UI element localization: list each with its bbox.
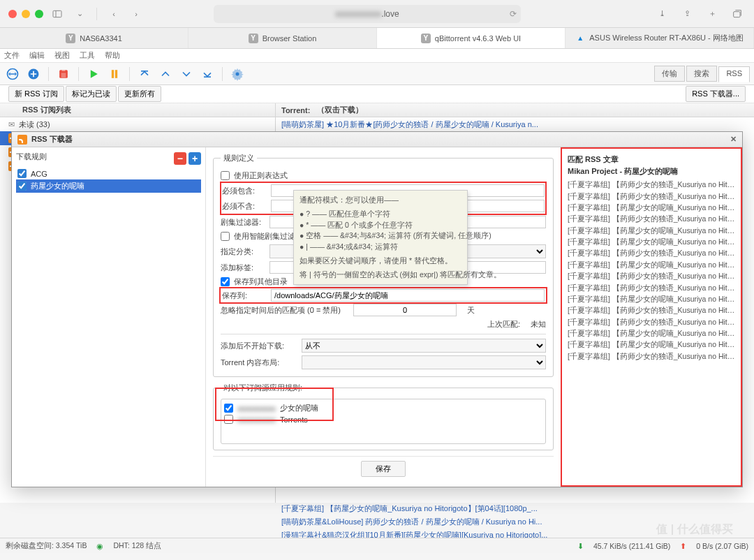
rule-checkbox[interactable] (17, 182, 27, 191)
smart-filter-checkbox[interactable] (221, 232, 230, 241)
top-prio-icon[interactable] (136, 66, 153, 82)
resume-icon[interactable] (85, 66, 102, 82)
add-paused-select[interactable]: 从不 (302, 339, 546, 353)
match-item[interactable]: [千夏字幕组] 【药屋少女的呢喃_Kusuriya no Hitorig... (565, 226, 738, 237)
rule-item-kusuriya[interactable]: 药屋少女的呢喃 (16, 179, 201, 193)
svg-rect-0 (53, 10, 61, 17)
match-item[interactable]: [千夏字幕组] 【药屋少女的呢喃_Kusuriya no Hitorig... (565, 260, 738, 271)
match-item[interactable]: [千夏字幕组] 【药师少女的独语_Kusuriya no Hitorig... (565, 282, 738, 293)
envelope-icon: ✉︎ (8, 120, 15, 129)
connection-icon: ◉ (96, 542, 103, 550)
sidebar-toggle-icon[interactable] (49, 6, 66, 22)
reload-icon[interactable]: ⟳ (510, 9, 517, 19)
minimize-window-button[interactable] (22, 10, 30, 18)
tab-rss[interactable]: RSS (718, 66, 750, 82)
upload-arrow-icon: ⬆ (680, 542, 686, 550)
match-item[interactable]: [千夏字幕组] 【药师少女的独语_Kusuriya no Hitorig... (565, 214, 738, 225)
tabs-overview-icon[interactable] (729, 6, 746, 22)
apply-feed-1[interactable]: xxxxxxxxxx少女的呢喃 (224, 402, 542, 414)
tab-search[interactable]: 搜索 (686, 66, 717, 82)
rss-icon (17, 135, 27, 145)
match-item[interactable]: [千夏字幕组] 【药屋少女的呢喃_Kusuriya no Hitorig... (565, 339, 738, 351)
match-item[interactable]: [千夏字幕组] 【药屋少女的呢喃_Kusuriya no Hitorig... (565, 237, 738, 248)
save-to-input[interactable] (271, 289, 545, 302)
feed-checkbox[interactable] (224, 404, 233, 413)
menu-help[interactable]: 帮助 (105, 50, 120, 61)
svg-rect-6 (112, 70, 114, 78)
tab-asus[interactable]: ▲ASUS Wireless Router RT-AX86U - 网络地图 (566, 28, 754, 48)
match-item[interactable]: [千夏字幕组] 【药师少女的独语_Kusuriya no Hitorig... (565, 351, 738, 362)
up-prio-icon[interactable] (157, 66, 174, 82)
new-tab-icon[interactable]: ＋ (704, 6, 720, 22)
zoom-window-button[interactable] (35, 10, 43, 18)
match-item[interactable]: [千夏字幕组] 【药屋少女的呢喃_Kusuriya no Hitorig... (565, 328, 738, 339)
torrent-header: Torrent: （双击下载） (276, 103, 754, 117)
feed-unread[interactable]: ✉︎未读 (33) (0, 117, 275, 131)
menu-file[interactable]: 文件 (4, 50, 20, 61)
bottom-prio-icon[interactable] (199, 66, 216, 82)
close-icon[interactable]: ✕ (730, 135, 737, 144)
dht-nodes: DHT: 128 结点 (113, 541, 161, 551)
menu-edit[interactable]: 编辑 (29, 50, 45, 61)
tab-qbittorrent[interactable]: YqBittorrent v4.6.3 Web UI (377, 28, 566, 48)
close-window-button[interactable] (8, 10, 17, 18)
match-item[interactable]: [千夏字幕组] 【药屋少女的呢喃_Kusuriya no Hitorig... (565, 294, 738, 305)
ignore-days-input[interactable] (353, 304, 457, 316)
settings-icon[interactable] (229, 66, 246, 82)
menu-view[interactable]: 视图 (54, 50, 70, 61)
rss-toolbar: 新 RSS 订阅 标记为已读 更新所有 RSS 下载器... (0, 85, 754, 103)
url-bar[interactable]: xxxxxxxxxxx.love ⟳ (214, 5, 521, 23)
match-item[interactable]: [千夏字幕组] 【药师少女的独语_Kusuriya no Hitorig... (565, 305, 738, 316)
rss-downloader-button[interactable]: RSS 下载器... (686, 86, 746, 102)
torrent-link[interactable]: [喵萌奶茶屋] ★10月新番★[药师少女的独语 / 药屋少女的呢喃 / Kusu… (276, 117, 754, 132)
save-button[interactable]: 保存 (361, 461, 406, 477)
save-other-checkbox[interactable] (221, 277, 230, 286)
tab-browser-station[interactable]: YBrowser Station (188, 28, 377, 48)
update-all-button[interactable]: 更新所有 (118, 86, 161, 102)
browser-tabs: YNAS6A3341 YBrowser Station YqBittorrent… (0, 28, 754, 49)
mark-read-button[interactable]: 标记为已读 (66, 86, 117, 102)
svg-rect-7 (115, 70, 117, 78)
add-rule-button[interactable]: + (188, 152, 201, 165)
qb-toolbar: 传输 搜索 RSS (0, 63, 754, 85)
match-item[interactable]: [千夏字幕组] 【药屋少女的呢喃_Kusuriya no Hitorig... (565, 202, 738, 214)
content-layout-select[interactable] (302, 355, 546, 369)
use-regex-checkbox[interactable] (221, 171, 230, 180)
rule-item-acg[interactable]: ACG (16, 168, 201, 179)
status-bar: 剩余磁盘空间: 3.354 TiB ◉ DHT: 128 结点 ⬇45.7 Ki… (0, 538, 754, 553)
torrent-link[interactable]: [喵萌奶茶屋&LoliHouse] 药师少女的独语 / 药屋少女的呢喃 / Ku… (276, 515, 751, 529)
chevron-down-icon[interactable]: ⌄ (71, 6, 88, 22)
match-item[interactable]: [千夏字幕组] 【药师少女的独语_Kusuriya no Hitorig... (565, 179, 738, 191)
back-button[interactable]: ‹ (105, 6, 122, 22)
download-arrow-icon: ⬇ (577, 542, 584, 550)
forward-button[interactable]: › (128, 6, 145, 22)
new-rss-button[interactable]: 新 RSS 订阅 (8, 86, 64, 102)
dialog-title: RSS 下载器 (31, 134, 73, 145)
download-icon[interactable]: ⤓ (653, 6, 670, 22)
match-item[interactable]: [千夏字幕组] 【药师少女的独语_Kusuriya no Hitorig... (565, 248, 738, 259)
remove-rule-button[interactable]: − (174, 152, 186, 165)
pause-icon[interactable] (106, 66, 123, 82)
tab-nas[interactable]: YNAS6A3341 (0, 28, 188, 48)
match-item[interactable]: [千夏字幕组] 【药师少女的独语_Kusuriya no Hitorig... (565, 317, 738, 328)
feed-checkbox[interactable] (224, 415, 233, 424)
add-torrent-icon[interactable] (25, 66, 42, 82)
rule-checkbox[interactable] (17, 169, 27, 178)
add-link-icon[interactable] (4, 66, 21, 82)
torrent-link[interactable]: [千夏字幕组] 【药屋少女的呢喃_Kusuriya no Hitorigoto】… (276, 502, 751, 515)
window-controls (8, 10, 43, 18)
rss-downloader-dialog: RSS 下载器 ✕ 下载规则 − + ACG 药屋少女的呢喃 规则定义 使用正则… (11, 131, 743, 487)
share-icon[interactable]: ⇪ (679, 6, 695, 22)
match-item[interactable]: [千夏字幕组] 【药师少女的独语_Kusuriya no Hitorig... (565, 271, 738, 282)
apply-feed-2[interactable]: xxxxxxxxxxTorrents (224, 414, 542, 425)
titlebar: ⌄ ‹ › xxxxxxxxxxx.love ⟳ ⤓ ⇪ ＋ (0, 0, 754, 28)
match-item[interactable]: [千夏字幕组] 【药师少女的独语_Kusuriya no Hitorig... (565, 191, 738, 202)
delete-icon[interactable] (55, 66, 72, 82)
dl-speed: 45.7 KiB/s (211.41 GiB) (593, 542, 670, 550)
match-pane: 匹配 RSS 文章 Mikan Project - 药屋少女的呢喃 [千夏字幕组… (561, 147, 742, 487)
tab-transfers[interactable]: 传输 (654, 66, 685, 82)
match-title: 匹配 RSS 文章 (565, 153, 738, 166)
menu-tools[interactable]: 工具 (80, 50, 95, 61)
down-prio-icon[interactable] (178, 66, 195, 82)
qb-menu: 文件 编辑 视图 工具 帮助 (0, 49, 754, 63)
